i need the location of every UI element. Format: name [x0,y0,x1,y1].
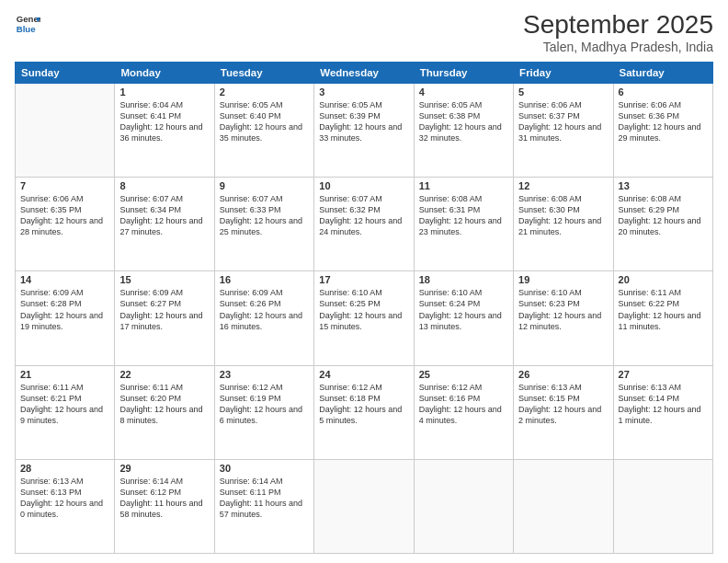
calendar-week-row: 21Sunrise: 6:11 AM Sunset: 6:21 PM Dayli… [16,365,713,459]
day-number: 19 [518,274,608,285]
title-block: September 2025 Talen, Madhya Pradesh, In… [523,11,713,54]
page: General Blue September 2025 Talen, Madhy… [0,0,728,563]
calendar-cell: 17Sunrise: 6:10 AM Sunset: 6:25 PM Dayli… [314,271,414,365]
day-info: Sunrise: 6:12 AM Sunset: 6:19 PM Dayligh… [220,382,309,427]
header: General Blue September 2025 Talen, Madhy… [15,11,713,54]
calendar-week-row: 28Sunrise: 6:13 AM Sunset: 6:13 PM Dayli… [16,459,713,553]
calendar-cell: 29Sunrise: 6:14 AM Sunset: 6:12 PM Dayli… [115,459,214,553]
calendar-cell: 13Sunrise: 6:08 AM Sunset: 6:29 PM Dayli… [613,178,712,271]
calendar-cell: 16Sunrise: 6:09 AM Sunset: 6:26 PM Dayli… [214,271,313,365]
day-info: Sunrise: 6:08 AM Sunset: 6:29 PM Dayligh… [619,193,708,238]
day-number: 20 [619,274,708,285]
day-info: Sunrise: 6:04 AM Sunset: 6:41 PM Dayligh… [119,99,209,144]
day-info: Sunrise: 6:06 AM Sunset: 6:36 PM Dayligh… [619,99,708,144]
day-info: Sunrise: 6:14 AM Sunset: 6:11 PM Dayligh… [220,476,309,521]
day-info: Sunrise: 6:08 AM Sunset: 6:31 PM Dayligh… [419,193,508,238]
calendar-cell: 11Sunrise: 6:08 AM Sunset: 6:31 PM Dayli… [414,178,513,271]
day-info: Sunrise: 6:11 AM Sunset: 6:22 PM Dayligh… [619,287,708,332]
day-number: 3 [319,86,408,98]
calendar-week-row: 14Sunrise: 6:09 AM Sunset: 6:28 PM Dayli… [16,271,713,365]
calendar-cell [514,459,613,553]
day-number: 22 [119,369,209,380]
day-number: 10 [319,180,408,191]
day-number: 4 [419,86,508,98]
weekday-header: Thursday [414,62,513,83]
day-number: 8 [119,180,209,191]
day-info: Sunrise: 6:09 AM Sunset: 6:27 PM Dayligh… [119,287,209,332]
calendar-cell [16,83,115,177]
calendar-table: SundayMondayTuesdayWednesdayThursdayFrid… [15,62,713,554]
calendar-cell: 19Sunrise: 6:10 AM Sunset: 6:23 PM Dayli… [514,271,613,365]
day-number: 7 [20,180,109,191]
main-title: September 2025 [523,11,713,40]
calendar-cell: 26Sunrise: 6:13 AM Sunset: 6:15 PM Dayli… [514,365,613,459]
day-number: 2 [220,86,309,98]
day-number: 16 [220,274,309,285]
calendar-cell: 8Sunrise: 6:07 AM Sunset: 6:34 PM Daylig… [115,178,214,271]
calendar-cell: 22Sunrise: 6:11 AM Sunset: 6:20 PM Dayli… [115,365,214,459]
day-number: 12 [518,180,608,191]
logo: General Blue [15,11,40,37]
day-info: Sunrise: 6:10 AM Sunset: 6:25 PM Dayligh… [319,287,408,332]
day-number: 27 [619,369,708,380]
day-number: 6 [619,86,708,98]
day-number: 28 [20,463,109,474]
calendar-cell: 23Sunrise: 6:12 AM Sunset: 6:19 PM Dayli… [214,365,313,459]
weekday-header: Friday [514,62,613,83]
calendar-cell: 3Sunrise: 6:05 AM Sunset: 6:39 PM Daylig… [314,83,414,177]
weekday-header: Tuesday [214,62,313,83]
day-info: Sunrise: 6:10 AM Sunset: 6:24 PM Dayligh… [419,287,508,332]
day-number: 15 [119,274,209,285]
calendar-cell: 2Sunrise: 6:05 AM Sunset: 6:40 PM Daylig… [214,83,313,177]
day-number: 30 [220,463,309,474]
day-info: Sunrise: 6:10 AM Sunset: 6:23 PM Dayligh… [518,287,608,332]
day-info: Sunrise: 6:11 AM Sunset: 6:20 PM Dayligh… [119,382,209,427]
day-info: Sunrise: 6:13 AM Sunset: 6:15 PM Dayligh… [518,382,608,427]
day-info: Sunrise: 6:07 AM Sunset: 6:32 PM Dayligh… [319,193,408,238]
calendar-cell: 5Sunrise: 6:06 AM Sunset: 6:37 PM Daylig… [514,83,613,177]
calendar-cell: 30Sunrise: 6:14 AM Sunset: 6:11 PM Dayli… [214,459,313,553]
day-number: 11 [419,180,508,191]
day-number: 17 [319,274,408,285]
weekday-header: Saturday [613,62,712,83]
calendar-cell: 14Sunrise: 6:09 AM Sunset: 6:28 PM Dayli… [16,271,115,365]
day-number: 29 [119,463,209,474]
day-info: Sunrise: 6:11 AM Sunset: 6:21 PM Dayligh… [20,382,109,427]
calendar-cell: 15Sunrise: 6:09 AM Sunset: 6:27 PM Dayli… [115,271,214,365]
day-number: 9 [220,180,309,191]
calendar-cell: 27Sunrise: 6:13 AM Sunset: 6:14 PM Dayli… [613,365,712,459]
day-number: 18 [419,274,508,285]
weekday-header: Monday [115,62,214,83]
calendar-cell: 1Sunrise: 6:04 AM Sunset: 6:41 PM Daylig… [115,83,214,177]
day-number: 5 [518,86,608,98]
day-info: Sunrise: 6:14 AM Sunset: 6:12 PM Dayligh… [119,476,209,521]
calendar-cell: 28Sunrise: 6:13 AM Sunset: 6:13 PM Dayli… [16,459,115,553]
day-number: 1 [119,86,209,98]
day-number: 24 [319,369,408,380]
calendar-cell [414,459,513,553]
logo-icon: General Blue [15,11,40,37]
day-info: Sunrise: 6:09 AM Sunset: 6:28 PM Dayligh… [20,287,109,332]
day-info: Sunrise: 6:07 AM Sunset: 6:34 PM Dayligh… [119,193,209,238]
day-info: Sunrise: 6:13 AM Sunset: 6:13 PM Dayligh… [20,476,109,521]
weekday-header: Sunday [16,62,115,83]
calendar-cell: 9Sunrise: 6:07 AM Sunset: 6:33 PM Daylig… [214,178,313,271]
day-info: Sunrise: 6:08 AM Sunset: 6:30 PM Dayligh… [518,193,608,238]
calendar-cell: 24Sunrise: 6:12 AM Sunset: 6:18 PM Dayli… [314,365,414,459]
calendar-cell: 21Sunrise: 6:11 AM Sunset: 6:21 PM Dayli… [16,365,115,459]
calendar-cell [314,459,414,553]
calendar-cell [613,459,712,553]
subtitle: Talen, Madhya Pradesh, India [523,40,713,54]
day-info: Sunrise: 6:05 AM Sunset: 6:40 PM Dayligh… [220,99,309,144]
day-info: Sunrise: 6:06 AM Sunset: 6:37 PM Dayligh… [518,99,608,144]
calendar-cell: 7Sunrise: 6:06 AM Sunset: 6:35 PM Daylig… [16,178,115,271]
calendar-cell: 12Sunrise: 6:08 AM Sunset: 6:30 PM Dayli… [514,178,613,271]
calendar-cell: 18Sunrise: 6:10 AM Sunset: 6:24 PM Dayli… [414,271,513,365]
day-number: 21 [20,369,109,380]
day-number: 14 [20,274,109,285]
day-info: Sunrise: 6:07 AM Sunset: 6:33 PM Dayligh… [220,193,309,238]
day-info: Sunrise: 6:09 AM Sunset: 6:26 PM Dayligh… [220,287,309,332]
day-number: 25 [419,369,508,380]
calendar-cell: 6Sunrise: 6:06 AM Sunset: 6:36 PM Daylig… [613,83,712,177]
day-info: Sunrise: 6:06 AM Sunset: 6:35 PM Dayligh… [20,193,109,238]
